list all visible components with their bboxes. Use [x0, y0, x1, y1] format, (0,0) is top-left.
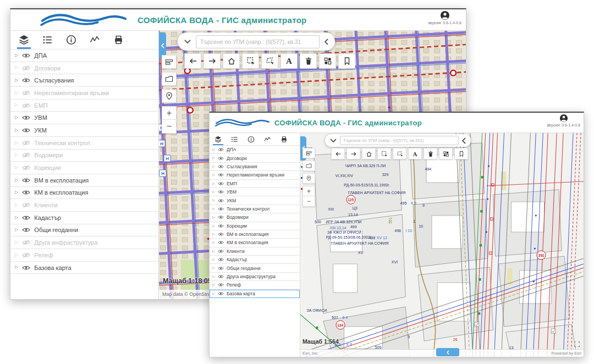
next-extent-button[interactable]	[204, 53, 221, 69]
layer-row[interactable]: ▷ ДПА	[10, 49, 158, 62]
expand-caret-icon[interactable]: ▷	[15, 91, 18, 95]
visibility-eye-icon[interactable]	[22, 78, 30, 83]
tab-print[interactable]	[278, 133, 290, 145]
home-button[interactable]	[362, 148, 376, 159]
layer-row[interactable]: ▷ Корекции	[210, 222, 300, 230]
layer-row[interactable]: ▷ Корекции	[10, 162, 158, 174]
expand-caret-icon[interactable]: ▷	[15, 153, 18, 157]
visibility-eye-icon[interactable]	[22, 202, 30, 208]
select-polygon-button[interactable]	[393, 148, 406, 159]
folder-button[interactable]	[302, 161, 315, 171]
expand-caret-icon[interactable]: ▷	[212, 275, 215, 278]
visibility-eye-icon[interactable]	[22, 65, 30, 71]
layer-row[interactable]: ▷ Базова карта	[210, 290, 300, 298]
home-button[interactable]	[223, 53, 240, 69]
expand-caret-icon[interactable]: ▷	[15, 265, 18, 269]
layer-row[interactable]: ▷ КМ в експлоатация	[210, 239, 300, 247]
select-rectangle-button[interactable]	[242, 53, 259, 69]
swipe-button[interactable]	[302, 148, 315, 158]
visibility-eye-icon[interactable]	[218, 266, 224, 271]
chevron-down-icon[interactable]	[330, 139, 337, 142]
expand-caret-icon[interactable]: ▷	[15, 141, 18, 145]
locate-button[interactable]	[162, 89, 177, 103]
select-rectangle-button[interactable]	[377, 148, 391, 159]
expand-caret-icon[interactable]: ▷	[212, 156, 215, 159]
tab-print[interactable]	[111, 31, 127, 49]
zoom-out-button[interactable]: −	[162, 120, 177, 134]
basemap-grid-button[interactable]	[319, 53, 336, 69]
layer-row[interactable]: ▷ Договори	[210, 154, 300, 162]
expand-caret-icon[interactable]: ▷	[15, 178, 18, 183]
expand-caret-icon[interactable]: ▷	[15, 203, 18, 207]
layer-row[interactable]: ▷ ЕМП	[210, 180, 300, 188]
swipe-button[interactable]	[162, 55, 177, 69]
visibility-eye-icon[interactable]	[22, 140, 30, 146]
expand-caret-icon[interactable]: ▷	[212, 148, 215, 151]
layer-row[interactable]: ▷ УКМ	[10, 124, 158, 137]
layer-row[interactable]: ▷ Съгласувания	[10, 74, 158, 87]
layer-row[interactable]: ▷ Технически контрол	[210, 205, 300, 213]
expand-caret-icon[interactable]: ▷	[212, 207, 215, 211]
expand-caret-icon[interactable]: ▷	[212, 266, 215, 269]
layer-row[interactable]: ▷ Релеф	[10, 249, 158, 262]
visibility-eye-icon[interactable]	[22, 152, 30, 158]
panel-toggle-button[interactable]	[436, 348, 459, 356]
zoom-out-button[interactable]: −	[302, 196, 315, 207]
layer-row[interactable]: ▷ ДПА	[210, 146, 300, 154]
expand-caret-icon[interactable]: ▷	[15, 78, 18, 82]
tab-layers[interactable]	[16, 31, 32, 49]
layer-row[interactable]: ▷ УВМ	[10, 112, 158, 124]
expand-caret-icon[interactable]: ▷	[212, 258, 215, 261]
chevron-down-icon[interactable]	[184, 40, 191, 43]
text-label-button[interactable]: A	[280, 53, 298, 69]
expand-caret-icon[interactable]: ▷	[212, 241, 215, 244]
fullscreen-icon[interactable]	[574, 341, 580, 348]
previous-extent-button[interactable]	[331, 148, 345, 159]
visibility-eye-icon[interactable]	[218, 249, 224, 253]
visibility-eye-icon[interactable]	[22, 103, 30, 108]
expand-caret-icon[interactable]: ▷	[15, 103, 18, 107]
tab-measure[interactable]	[87, 31, 103, 49]
expand-caret-icon[interactable]: ▷	[212, 190, 215, 194]
visibility-eye-icon[interactable]	[218, 190, 224, 194]
visibility-eye-icon[interactable]	[218, 207, 224, 211]
locate-button[interactable]	[302, 173, 315, 184]
layer-row[interactable]: ▷ КМ в експлоатация	[10, 187, 158, 200]
layer-row[interactable]: ▷ ЕМП	[10, 100, 158, 112]
visibility-eye-icon[interactable]	[218, 181, 224, 186]
expand-caret-icon[interactable]: ▷	[212, 233, 215, 236]
expand-caret-icon[interactable]: ▷	[212, 165, 215, 168]
tab-measure[interactable]	[261, 133, 274, 145]
tab-info[interactable]	[245, 133, 257, 145]
map-canvas-front[interactable]: 503ЧИРП ЗА КВ.329 П-ЛИ329VI,XIII,XIVРД-5…	[300, 133, 584, 357]
visibility-eye-icon[interactable]	[22, 90, 30, 96]
tab-legend[interactable]	[40, 31, 56, 49]
layer-row[interactable]: ▷ Общи геоданни	[10, 224, 158, 237]
expand-caret-icon[interactable]: ▷	[15, 53, 18, 58]
chevron-left-icon[interactable]	[462, 137, 466, 144]
visibility-eye-icon[interactable]	[218, 240, 224, 245]
layer-row[interactable]: ▷ Друга инфраструктура	[210, 273, 300, 281]
visibility-eye-icon[interactable]	[22, 227, 30, 233]
visibility-eye-icon[interactable]	[22, 178, 30, 183]
basemap-grid-button[interactable]	[439, 148, 453, 159]
expand-caret-icon[interactable]: ▷	[212, 198, 215, 202]
visibility-eye-icon[interactable]	[22, 165, 30, 170]
bookmark-button[interactable]	[338, 53, 355, 69]
search-input[interactable]	[196, 35, 320, 48]
layer-row[interactable]: ▷ Релеф	[210, 281, 300, 289]
sidebar-collapse-handle[interactable]	[159, 32, 166, 58]
expand-caret-icon[interactable]: ▷	[15, 128, 18, 133]
visibility-eye-icon[interactable]	[218, 173, 224, 177]
visibility-eye-icon[interactable]	[22, 128, 30, 133]
visibility-eye-icon[interactable]	[218, 156, 224, 161]
visibility-eye-icon[interactable]	[22, 265, 30, 271]
expand-caret-icon[interactable]: ▷	[212, 292, 215, 295]
expand-caret-icon[interactable]: ▷	[15, 240, 18, 245]
layer-row[interactable]: ▷ Договори	[10, 62, 158, 75]
expand-caret-icon[interactable]: ▷	[15, 253, 18, 257]
expand-caret-icon[interactable]: ▷	[15, 166, 18, 170]
expand-caret-icon[interactable]: ▷	[212, 283, 215, 286]
select-polygon-button[interactable]	[261, 53, 278, 69]
zoom-in-button[interactable]: +	[302, 186, 315, 196]
